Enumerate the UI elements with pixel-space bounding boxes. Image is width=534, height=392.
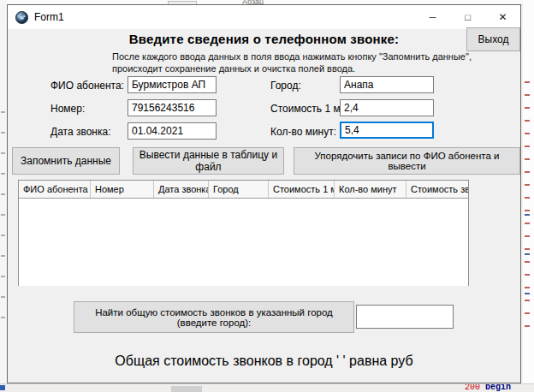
city-input[interactable] xyxy=(340,76,434,93)
close-button[interactable]: ✕ xyxy=(485,5,520,29)
form1-window: Form1 ─ □ ✕ Введите сведения о телефонно… xyxy=(7,4,521,383)
table-header-row: ФИО абонента Номер Дата звонка Город Сто… xyxy=(19,181,468,199)
background-right-strip xyxy=(523,0,534,392)
fio-input[interactable] xyxy=(128,76,217,93)
window-controls: ─ □ ✕ xyxy=(415,5,520,29)
sort-records-button[interactable]: Упорядочить записи по ФИО абонента и выв… xyxy=(294,147,520,175)
background-blue-mark xyxy=(0,385,5,390)
background-code-fragment: 200begin xyxy=(465,383,511,392)
total-cost-result-label: Общая стоимость звонков в город ' ' равн… xyxy=(8,353,520,369)
calls-table[interactable]: ФИО абонента Номер Дата звонка Город Сто… xyxy=(18,180,469,286)
column-header-call-cost[interactable]: Стоимость звонка xyxy=(406,181,468,198)
label-fio: ФИО абонента: xyxy=(50,80,124,92)
cost-per-min-input[interactable] xyxy=(340,99,434,116)
code-keyword: begin xyxy=(485,383,511,392)
minimize-button[interactable]: ─ xyxy=(415,5,450,29)
label-call-date: Дата звонка: xyxy=(50,126,110,138)
maximize-button[interactable]: □ xyxy=(450,5,485,29)
search-city-input[interactable] xyxy=(356,305,454,329)
number-input[interactable] xyxy=(128,99,217,116)
column-header-minutes[interactable]: Кол-во минут xyxy=(335,181,406,198)
call-date-input[interactable] xyxy=(128,122,217,140)
background-bottom-strip: 200begin xyxy=(0,383,534,392)
instructions-line2: происходит сохранение данных и очистка п… xyxy=(112,62,472,74)
column-header-cost-min[interactable]: Стоимость 1 мин. xyxy=(269,181,335,198)
instructions-text: После каждого ввода данных в поля ввода … xyxy=(112,50,472,74)
exit-button[interactable]: Выход xyxy=(466,27,520,51)
label-city: Город: xyxy=(270,80,301,92)
label-number: Номер: xyxy=(50,103,85,115)
column-header-number[interactable]: Номер xyxy=(91,181,154,198)
window-title: Form1 xyxy=(34,11,64,23)
instructions-line1: После каждого ввода данных в поля ввода … xyxy=(112,50,472,62)
app-paw-icon xyxy=(15,11,28,24)
title-bar[interactable]: Form1 ─ □ ✕ xyxy=(8,5,520,29)
column-header-date[interactable]: Дата звонка xyxy=(154,181,209,198)
background-scrollbar-thumb xyxy=(171,386,202,392)
background-left-strip xyxy=(0,0,7,392)
minutes-input[interactable] xyxy=(340,122,434,139)
find-total-cost-button[interactable]: Найти общую стоимость звонков в указанны… xyxy=(74,301,354,333)
save-data-button[interactable]: Запомнить данные xyxy=(12,147,120,175)
label-minutes: Кол-во минут: xyxy=(270,126,336,138)
column-header-city[interactable]: Город xyxy=(209,181,269,198)
code-line-number: 200 xyxy=(465,383,480,392)
output-data-button[interactable]: Вывести данные в таблицу и файл xyxy=(133,147,284,175)
table-body-empty xyxy=(19,199,468,286)
page-title: Введите сведения о телефонном звонке: xyxy=(8,32,520,46)
column-header-fio[interactable]: ФИО абонента xyxy=(19,181,91,198)
